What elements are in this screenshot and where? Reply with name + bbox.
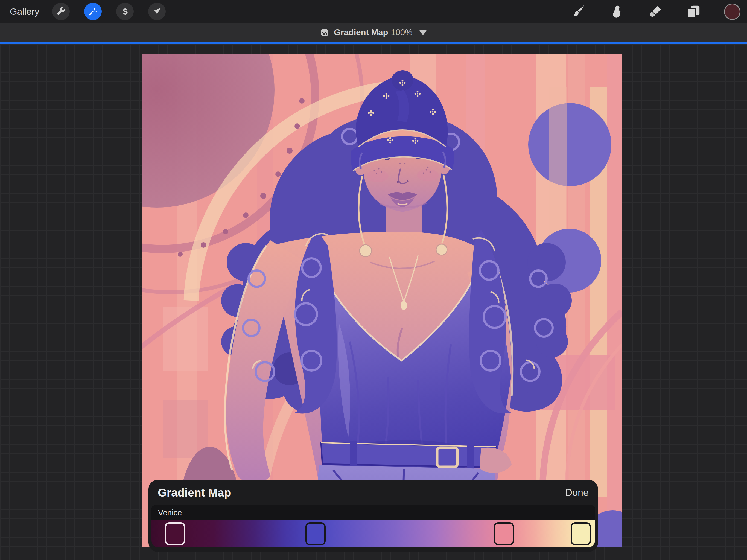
magic-wand-icon	[88, 6, 98, 17]
gradient-stop-swatch[interactable]	[165, 522, 185, 545]
transform-arrow-icon	[152, 6, 162, 17]
top-toolbar: Gallery	[0, 0, 747, 23]
brush-icon[interactable]	[571, 4, 586, 19]
gradient-map-panel: Gradient Map Done Venice	[149, 480, 598, 552]
artwork-canvas[interactable]	[142, 54, 622, 547]
gradient-stop-swatch[interactable]	[571, 522, 591, 545]
preset-row[interactable]: Venice	[152, 505, 595, 520]
done-button[interactable]: Done	[565, 487, 589, 499]
adjustment-opacity-value: 100%	[391, 28, 412, 37]
left-tool-group	[52, 3, 166, 20]
gallery-button[interactable]: Gallery	[10, 0, 40, 23]
adjustment-title: Gradient Map	[334, 28, 388, 37]
adjustment-dropdown-bar[interactable]: Gradient Map 100%	[0, 23, 747, 42]
wrench-icon	[56, 6, 66, 17]
eraser-icon[interactable]	[647, 4, 663, 19]
chevron-down-icon	[419, 29, 427, 35]
adjustments-button[interactable]	[84, 3, 102, 20]
transform-button[interactable]	[148, 3, 166, 20]
selection-button[interactable]	[116, 3, 134, 20]
gradient-stop-swatch[interactable]	[305, 522, 326, 545]
preset-name: Venice	[158, 508, 182, 517]
panel-header: Gradient Map Done	[149, 480, 598, 505]
gradient-map-icon	[320, 28, 329, 37]
selection-s-icon	[120, 6, 130, 17]
gradient-stop-swatch[interactable]	[494, 522, 514, 545]
right-tool-group	[571, 0, 741, 23]
smudge-finger-icon[interactable]	[609, 4, 624, 19]
layers-icon[interactable]	[686, 4, 701, 19]
gradient-bar[interactable]	[152, 520, 595, 548]
procreate-screen: Gallery	[0, 0, 747, 560]
panel-title: Gradient Map	[158, 486, 231, 499]
adjustment-active-indicator	[0, 42, 747, 44]
color-swatch[interactable]	[724, 4, 741, 20]
artwork-illustration	[142, 54, 622, 547]
actions-button[interactable]	[52, 3, 70, 20]
